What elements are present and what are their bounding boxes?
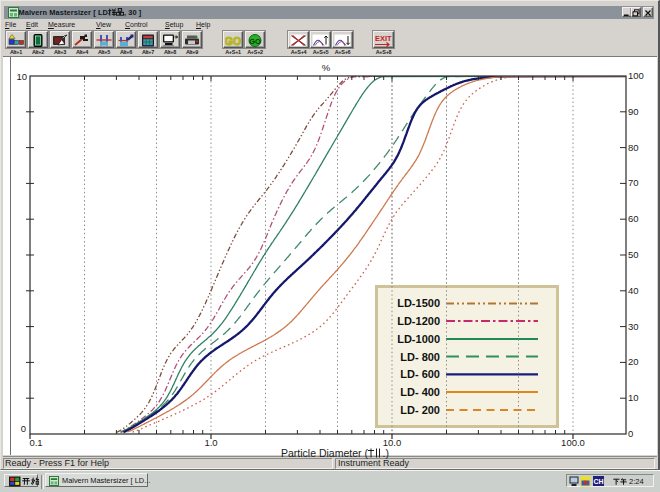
svg-text:GO: GO	[225, 35, 241, 47]
svg-text:0: 0	[628, 428, 633, 439]
svg-text:30: 30	[628, 321, 639, 332]
svg-text:100: 100	[628, 70, 644, 81]
svg-text:CH: CH	[593, 478, 603, 485]
svg-text:100.0: 100.0	[561, 437, 585, 448]
svg-text:LD- 200: LD- 200	[400, 404, 440, 416]
svg-text:EXIT: EXIT	[375, 34, 392, 43]
svg-text:Particle Diameter (: Particle Diameter (	[281, 447, 368, 459]
svg-text:60: 60	[628, 213, 639, 224]
svg-text:10: 10	[628, 392, 639, 403]
svg-text:LD-1200: LD-1200	[397, 315, 440, 327]
svg-text:0: 0	[21, 423, 26, 434]
svg-text:1.0: 1.0	[204, 437, 217, 448]
svg-text:LD-1000: LD-1000	[397, 333, 440, 345]
svg-text:50: 50	[628, 249, 639, 260]
svg-text:80: 80	[628, 142, 639, 153]
svg-text:LD- 400: LD- 400	[400, 386, 440, 398]
svg-text:90: 90	[628, 106, 639, 117]
svg-text:LD- 800: LD- 800	[400, 351, 440, 363]
svg-text:70: 70	[628, 177, 639, 188]
svg-text:LD- 600: LD- 600	[400, 368, 440, 380]
svg-text:%: %	[322, 62, 331, 73]
svg-text:40: 40	[628, 285, 639, 296]
svg-text:.): .)	[383, 447, 389, 459]
svg-text:LD-1500: LD-1500	[397, 297, 440, 309]
svg-text:10: 10	[16, 71, 27, 82]
svg-text:GO: GO	[249, 36, 261, 45]
svg-text:0.1: 0.1	[29, 437, 42, 448]
svg-text:20: 20	[628, 356, 639, 367]
